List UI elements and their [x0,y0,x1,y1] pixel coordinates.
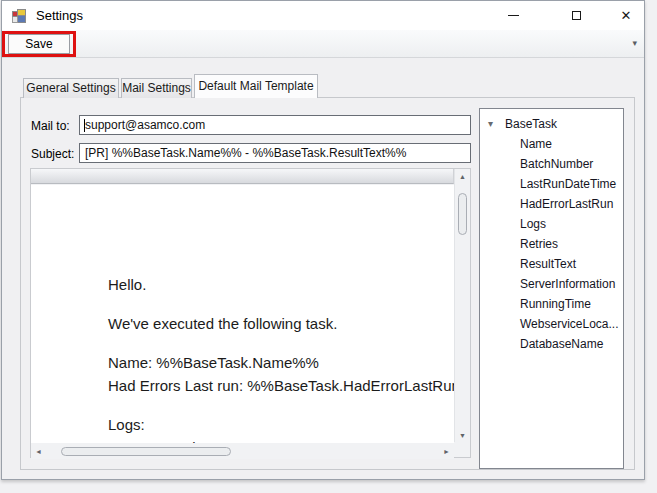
mail-template-body[interactable]: Hello.We've executed the following task.… [31,185,454,443]
template-line: Name: %%BaseTask.Name%% [108,351,454,374]
mail-to-input[interactable]: support@asamco.com [79,115,471,135]
horizontal-scrollbar[interactable]: ◄ ► [31,444,454,459]
placeholder-treeview[interactable]: ▾ BaseTask NameBatchNumberLastRunDateTim… [479,108,624,469]
subject-label: Subject: [31,147,74,161]
tree-children: NameBatchNumberLastRunDateTimeHadErrorLa… [480,134,623,354]
template-line [108,296,454,312]
tree-node[interactable]: ServerInformation [480,274,623,294]
tab-default-mail-template[interactable]: Default Mail Template [194,74,318,98]
template-line: %%BaseTask.Logs%% [108,436,454,443]
scrollbar-corner [454,442,470,457]
tree-node[interactable]: Logs [480,214,623,234]
minimize-icon [508,15,519,16]
chevron-down-icon: ▾ [632,38,637,48]
template-line [108,397,454,413]
mail-template-editor[interactable]: Hello.We've executed the following task.… [30,168,471,458]
vertical-scrollbar-thumb[interactable] [458,193,467,235]
vertical-scrollbar[interactable]: ▲ ▼ [454,169,470,443]
template-line: Hello. [108,273,454,296]
tab-page-default-mail-template: Mail to: support@asamco.com Subject: [PR… [20,97,635,470]
horizontal-scrollbar-thumb[interactable] [61,447,231,456]
tree-root-label: BaseTask [505,114,557,134]
template-line [108,335,454,351]
tree-node[interactable]: WebserviceLoca... [480,314,623,334]
app-icon [11,8,27,24]
close-icon: ✕ [621,9,632,22]
scroll-up-icon[interactable]: ▲ [459,173,466,180]
minimize-button[interactable] [491,1,535,30]
scroll-left-icon[interactable]: ◄ [35,448,42,455]
tree-node[interactable]: RunningTime [480,294,623,314]
editor-top-strip [31,169,454,184]
tree-node-root[interactable]: ▾ BaseTask [480,114,623,134]
save-button[interactable]: Save [8,34,70,54]
maximize-icon [572,11,581,20]
tree-expander-icon[interactable]: ▾ [488,114,493,134]
settings-window: Settings ✕ Save ▾ General Settings Mail … [1,0,645,480]
text-caret [84,119,85,132]
tree-node[interactable]: Name [480,134,623,154]
tree-node[interactable]: Retries [480,234,623,254]
template-line: Logs: [108,413,454,436]
title-bar: Settings ✕ [2,1,644,30]
tree-node[interactable]: BatchNumber [480,154,623,174]
scroll-right-icon[interactable]: ► [443,448,450,455]
mail-to-label: Mail to: [31,119,70,133]
tree-node[interactable]: ResultText [480,254,623,274]
tree-node[interactable]: LastRunDateTime [480,174,623,194]
subject-input[interactable]: [PR] %%BaseTask.Name%% - %%BaseTask.Resu… [79,143,471,163]
tree-node[interactable]: HadErrorLastRun [480,194,623,214]
toolstrip: Save ▾ [2,30,644,58]
window-title: Settings [36,1,83,30]
mail-to-value: support@asamco.com [85,118,205,132]
template-line: Had Errors Last run: %%BaseTask.HadError… [108,374,454,397]
scroll-down-icon[interactable]: ▼ [459,432,466,439]
tab-mail-settings[interactable]: Mail Settings [121,78,192,98]
tree-node[interactable]: DatabaseName [480,334,623,354]
tab-general-settings[interactable]: General Settings [23,78,119,98]
toolstrip-overflow-button[interactable]: ▾ [632,39,637,48]
template-line: We've executed the following task. [108,312,454,335]
subject-value: [PR] %%BaseTask.Name%% - %%BaseTask.Resu… [85,146,406,160]
close-button[interactable]: ✕ [606,1,646,30]
maximize-button[interactable] [554,1,598,30]
